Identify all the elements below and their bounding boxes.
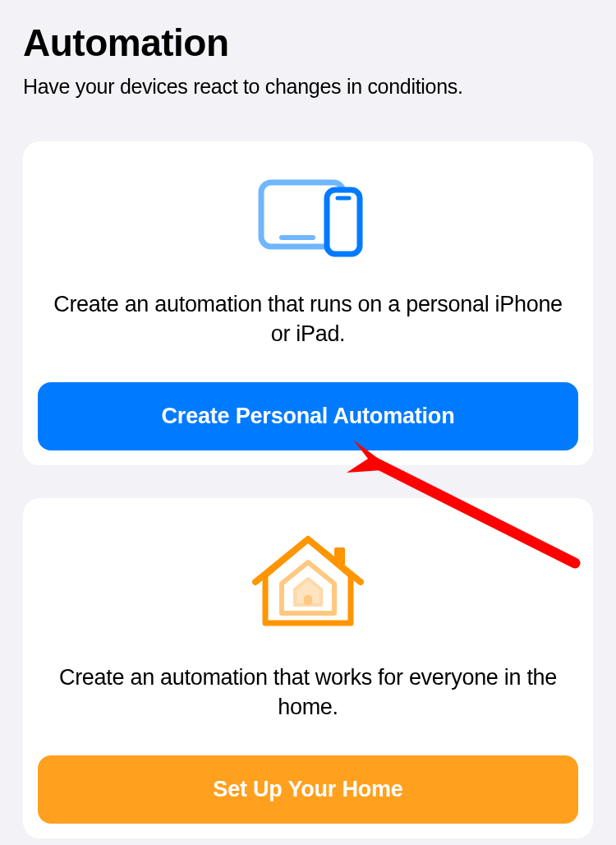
page-title: Automation <box>23 21 593 65</box>
personal-automation-card: Create an automation that runs on a pers… <box>23 141 593 465</box>
home-automation-card: Create an automation that works for ever… <box>23 498 593 838</box>
svg-rect-4 <box>334 547 345 566</box>
cards-container: Create an automation that runs on a pers… <box>0 99 616 838</box>
home-card-description: Create an automation that works for ever… <box>38 663 578 723</box>
home-icon <box>251 534 365 633</box>
personal-card-description: Create an automation that runs on a pers… <box>38 289 578 349</box>
svg-rect-5 <box>304 595 312 605</box>
create-personal-automation-button[interactable]: Create Personal Automation <box>38 382 578 450</box>
set-up-home-button[interactable]: Set Up Your Home <box>38 755 578 824</box>
devices-icon <box>251 178 365 260</box>
page-subtitle: Have your devices react to changes in co… <box>23 75 593 99</box>
page-header: Automation Have your devices react to ch… <box>0 0 616 99</box>
